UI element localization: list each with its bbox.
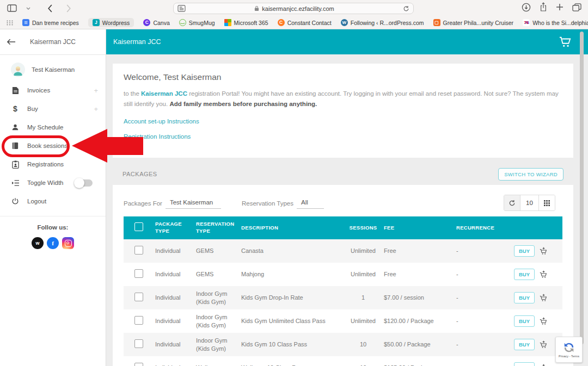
row-checkbox[interactable]	[134, 363, 143, 366]
row-checkbox[interactable]	[134, 269, 143, 278]
refresh-icon[interactable]	[504, 195, 520, 210]
row-checkbox[interactable]	[134, 246, 143, 255]
add-to-cart-icon[interactable]	[540, 364, 548, 366]
table-row: Individual GEMS Canasta Unlimited Free -…	[124, 239, 562, 263]
bookmark-canva[interactable]: Canva	[143, 19, 169, 26]
header-reservation-type: RESERVATION TYPE	[189, 216, 235, 239]
table-row: Individual Indoor Gym (Kids Gym) Kids Gy…	[124, 286, 562, 309]
bookmark-constant-contact[interactable]: Constant Contact	[278, 19, 332, 26]
favorites-grid-icon[interactable]	[7, 20, 13, 26]
list-controls: 10	[504, 195, 555, 211]
sidebar-header: Kaiserman JCC	[0, 29, 106, 55]
row-checkbox[interactable]	[134, 293, 143, 301]
bookmark-smugmug[interactable]: SmugMug	[179, 19, 215, 26]
add-to-cart-icon[interactable]	[540, 270, 548, 278]
add-to-cart-icon[interactable]	[540, 247, 548, 255]
sidebar-menu: Invoices + $ Buy + My Schedule	[0, 81, 106, 210]
header-sessions: SESSIONS	[344, 216, 382, 239]
bookmark-dan-treme-recipes[interactable]: Dan treme recipes	[22, 19, 79, 26]
bookmark-76ers[interactable]: Who is the Si...delphia 76ers	[523, 19, 588, 26]
account-setup-link[interactable]: Account set-up Instructions	[124, 118, 562, 125]
address-bar[interactable]: kaisermanjcc.ezfacility.com	[173, 3, 414, 14]
expand-plus-icon[interactable]: +	[94, 105, 98, 113]
back-button[interactable]	[44, 2, 57, 14]
back-arrow-icon[interactable]	[7, 39, 16, 45]
power-icon	[11, 197, 20, 205]
downloads-icon[interactable]	[522, 3, 531, 12]
bookmark-community-cruiser[interactable]: Greater Phila...unity Cruiser	[433, 19, 514, 26]
sidebar-item-invoices[interactable]: Invoices +	[0, 81, 106, 100]
wordpress-j-icon	[93, 19, 100, 26]
switch-to-wizard-button[interactable]: SWITCH TO WIZARD	[498, 168, 564, 181]
packages-table: PACKAGE TYPE RESERVATION TYPE DESCRIPTIO…	[124, 216, 562, 366]
registration-instructions-link[interactable]: Registration Instructions	[124, 133, 562, 140]
reload-icon[interactable]	[403, 5, 409, 12]
packages-for-select[interactable]: Test Kaiserman	[166, 198, 221, 209]
sidebar-item-registrations[interactable]: Registrations	[0, 155, 106, 173]
buy-button[interactable]: BUY	[514, 315, 535, 327]
select-all-checkbox[interactable]	[134, 222, 143, 231]
lock-icon	[254, 5, 259, 11]
social-icon-1[interactable]	[32, 237, 44, 249]
dollar-icon: $	[11, 104, 20, 113]
address-text: kaisermanjcc.ezfacility.com	[262, 5, 334, 12]
bookmark-microsoft-365[interactable]: Microsoft 365	[224, 19, 268, 26]
brand-link[interactable]: Kaiserman JCC	[141, 90, 187, 97]
row-checkbox[interactable]	[134, 316, 143, 325]
chevron-down-icon[interactable]	[22, 2, 35, 14]
reservation-types-select[interactable]: All	[297, 198, 324, 209]
buy-button[interactable]: BUY	[514, 339, 535, 350]
book-icon	[11, 142, 20, 150]
buy-button[interactable]: BUY	[514, 269, 535, 280]
web-page: Kaiserman JCC Test Kaiserman Invoices + …	[0, 29, 588, 366]
recaptcha-badge[interactable]: Privacy - Terms	[555, 337, 583, 363]
sidebar-user[interactable]: Test Kaiserman	[0, 55, 106, 80]
follow-us-label: Follow us:	[0, 224, 106, 231]
add-to-cart-icon[interactable]	[540, 317, 548, 325]
forward-button[interactable]	[62, 2, 75, 14]
social-links	[0, 237, 106, 249]
sidebar-toggle-icon[interactable]	[5, 2, 19, 14]
bookmark-wordpress[interactable]: Wordpress	[88, 18, 134, 27]
instagram-lens	[65, 240, 72, 247]
tab-overview-icon[interactable]	[572, 3, 581, 11]
welcome-paragraph: to the Kaiserman JCC registration Portal…	[124, 89, 562, 109]
sidebar-item-toggle-width[interactable]: Toggle Width	[0, 173, 106, 192]
expand-plus-icon[interactable]: +	[94, 86, 98, 95]
user-name: Test Kaiserman	[32, 66, 75, 73]
buy-button[interactable]: BUY	[514, 292, 535, 303]
table-row: Individual Indoor Gym (Kids Gym) Kids Gy…	[124, 333, 562, 356]
row-checkbox[interactable]	[134, 339, 143, 348]
sidebar-item-book-sessions[interactable]: Book sessions	[0, 137, 106, 155]
instagram-icon[interactable]	[62, 237, 74, 249]
new-tab-icon[interactable]	[556, 3, 564, 11]
packages-section-header: PACKAGES SWITCH TO WIZARD	[113, 163, 573, 185]
reader-view-icon[interactable]	[177, 5, 186, 12]
portal-header: Kaiserman JCC	[106, 29, 588, 54]
sidebar-item-buy[interactable]: $ Buy +	[0, 100, 106, 118]
sidebar-item-my-schedule[interactable]: My Schedule	[0, 118, 106, 137]
bookmark-following-wordpress[interactable]: Following ‹ R...ordPress.com	[341, 19, 424, 26]
buy-button[interactable]: BUY	[514, 245, 535, 257]
add-to-cart-icon[interactable]	[540, 340, 548, 349]
page-size-value[interactable]: 10	[520, 195, 539, 210]
table-header-row: PACKAGE TYPE RESERVATION TYPE DESCRIPTIO…	[124, 216, 562, 239]
header-recurrence: RECURRENCE	[450, 216, 510, 239]
buy-button[interactable]: BUY	[514, 362, 535, 366]
page-scrollbar[interactable]	[580, 32, 584, 344]
header-description: DESCRIPTION	[235, 216, 344, 239]
bookmarks-bar: Dan treme recipes Wordpress Canva SmugMu…	[0, 16, 588, 29]
sidebar-divider	[0, 216, 106, 216]
cart-icon[interactable]	[559, 36, 572, 48]
reservation-types-label: Reservation Types	[242, 200, 293, 207]
header-package-type: PACKAGE TYPE	[148, 216, 189, 239]
wordpress-w-icon	[341, 19, 348, 26]
constant-contact-icon	[278, 19, 285, 26]
width-toggle-switch[interactable]	[75, 179, 93, 187]
sidebar-item-logout[interactable]: Logout	[0, 192, 106, 210]
add-to-cart-icon[interactable]	[540, 294, 548, 302]
facebook-icon[interactable]	[47, 237, 59, 249]
grid-view-icon[interactable]	[539, 195, 555, 210]
microsoft-icon	[224, 19, 231, 26]
share-icon[interactable]	[540, 2, 547, 12]
